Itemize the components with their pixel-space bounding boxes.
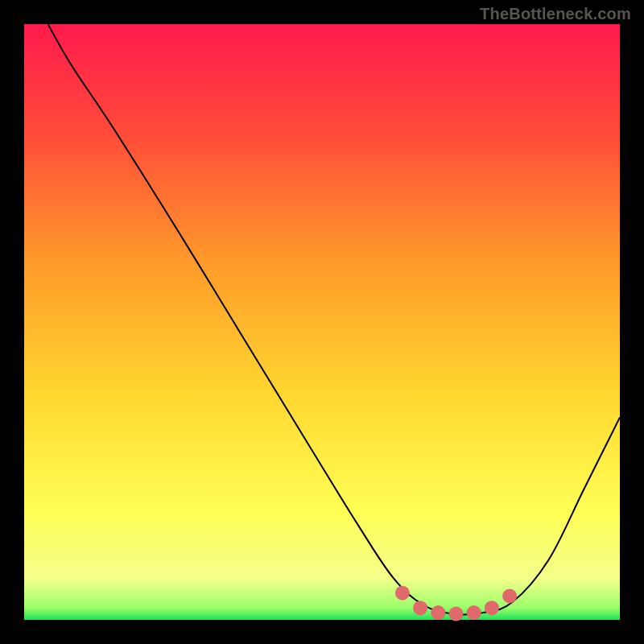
watermark-text: TheBottleneck.com: [480, 5, 631, 23]
chart-svg: [0, 0, 644, 644]
curve-marker: [449, 607, 464, 621]
curve-marker: [431, 605, 445, 620]
curve-marker: [485, 601, 499, 615]
curve-marker: [502, 588, 517, 603]
curve-marker: [467, 605, 481, 620]
plot-background: [24, 24, 620, 620]
chart-container: TheBottleneck.com: [0, 0, 644, 644]
curve-marker: [395, 586, 410, 601]
curve-marker: [413, 601, 427, 615]
